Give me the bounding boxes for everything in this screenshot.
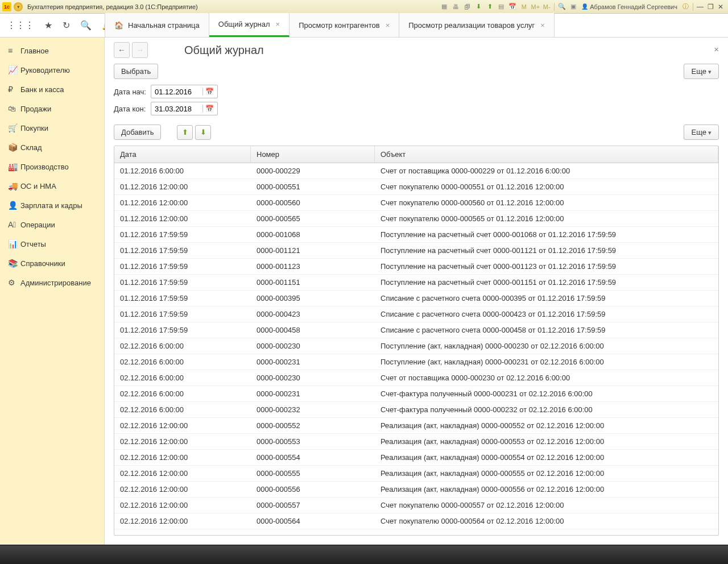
toolbar-print-icon[interactable]: 🖶 (450, 2, 461, 11)
sidebar-item[interactable]: АͯОперации (0, 215, 104, 234)
tab[interactable]: Общий журнал× (209, 13, 289, 37)
sidebar-item-icon: ₽ (8, 85, 20, 94)
panel-icon[interactable]: ▣ (568, 2, 578, 11)
info-icon[interactable]: ⓘ (680, 2, 690, 11)
nav-forward-button[interactable]: → (132, 42, 148, 58)
col-date[interactable]: Дата (114, 146, 251, 163)
sidebar-item[interactable]: ≡Главное (0, 41, 104, 60)
table-row[interactable]: 01.12.2016 17:59:590000-000458Списание с… (114, 322, 718, 338)
table-row[interactable]: 02.12.2016 6:00:000000-000230Поступление… (114, 338, 718, 354)
table-row[interactable]: 02.12.2016 6:00:000000-000231Поступление… (114, 354, 718, 370)
cell-date: 02.12.2016 6:00:00 (114, 405, 251, 414)
sidebar-item[interactable]: 🛒Покупки (0, 118, 104, 138)
sidebar-item[interactable]: ₽Банк и касса (0, 80, 104, 99)
table-row[interactable]: 01.12.2016 6:00:000000-000229Счет от пос… (114, 163, 718, 179)
history-icon[interactable]: ↻ (63, 20, 70, 31)
more-button-grid[interactable]: Еще (684, 125, 719, 140)
table-row[interactable]: 01.12.2016 17:59:590000-001151Поступлени… (114, 275, 718, 291)
toolbar-calendar-icon[interactable]: 📅 (507, 2, 518, 11)
cell-date: 01.12.2016 17:59:59 (114, 326, 251, 334)
tab[interactable]: Просмотр контрагентов× (289, 13, 399, 37)
date-to-field[interactable]: 📅 (151, 102, 218, 115)
table-row[interactable]: 01.12.2016 17:59:590000-001068Поступлени… (114, 227, 718, 243)
table-row[interactable]: 02.12.2016 12:00:000000-000554Реализация… (114, 450, 718, 466)
table-row[interactable]: 01.12.2016 17:59:590000-001123Поступлени… (114, 259, 718, 275)
table-row[interactable]: 01.12.2016 12:00:000000-000565Счет покуп… (114, 211, 718, 227)
table-row[interactable]: 01.12.2016 17:59:590000-000423Списание с… (114, 306, 718, 322)
date-from-input[interactable] (151, 88, 202, 96)
col-number[interactable]: Номер (251, 146, 375, 163)
cell-number: 0000-000458 (251, 326, 375, 334)
calendar-icon[interactable]: 📅 (202, 88, 216, 96)
sidebar-item-label: ОС и НМА (20, 182, 56, 190)
date-from-field[interactable]: 📅 (151, 85, 218, 98)
table-row[interactable]: 02.12.2016 12:00:000000-000552Реализация… (114, 418, 718, 434)
memory-m-icon[interactable]: M (519, 2, 529, 11)
tab-close-icon[interactable]: × (540, 21, 545, 30)
add-button[interactable]: Добавить (114, 125, 161, 140)
sidebar-item[interactable]: ⚙Администрирование (0, 273, 104, 292)
tab-close-icon[interactable]: × (276, 20, 280, 28)
table-row[interactable]: 02.12.2016 12:00:000000-000556Реализация… (114, 482, 718, 497)
memory-mminus-icon[interactable]: M- (541, 2, 552, 11)
cell-number: 0000-000556 (251, 485, 375, 494)
table-row[interactable]: 01.12.2016 17:59:590000-001121Поступлени… (114, 243, 718, 259)
system-menu-icon[interactable]: ▾ (14, 2, 23, 11)
table-row[interactable]: 02.12.2016 12:00:000000-000555Реализация… (114, 466, 718, 482)
table-row[interactable]: 02.12.2016 6:00:000000-000231Счет-фактур… (114, 386, 718, 402)
calendar-icon[interactable]: 📅 (202, 105, 216, 113)
cell-date: 02.12.2016 6:00:00 (114, 374, 251, 382)
sidebar-item[interactable]: 🚚ОС и НМА (0, 176, 104, 196)
cell-number: 0000-000423 (251, 310, 375, 318)
toolbar-save-icon[interactable]: ⬆ (485, 2, 495, 11)
page-close-icon[interactable]: × (714, 44, 719, 54)
toolbar-preview-icon[interactable]: ▦ (439, 2, 449, 11)
date-to-input[interactable] (151, 105, 202, 113)
grid-body[interactable]: 01.12.2016 6:00:000000-000229Счет от пос… (114, 163, 718, 535)
col-object[interactable]: Объект (375, 146, 718, 163)
nav-back-button[interactable]: ← (114, 42, 130, 58)
sidebar-item[interactable]: 🏭Производство (0, 157, 104, 176)
favorite-icon[interactable]: ★ (44, 20, 52, 31)
toolbar-calc-icon[interactable]: ▤ (496, 2, 506, 11)
cell-number: 0000-000231 (251, 389, 375, 398)
table-row[interactable]: 02.12.2016 12:00:000000-000553Реализация… (114, 434, 718, 450)
cell-number: 0000-000229 (251, 167, 375, 175)
window-maximize-icon[interactable]: ❐ (705, 2, 715, 11)
window-minimize-icon[interactable]: — (695, 2, 705, 11)
search-icon[interactable]: 🔍 (80, 20, 92, 31)
apps-icon[interactable]: ⋮⋮⋮ (7, 20, 34, 31)
sidebar-item[interactable]: 📚Справочники (0, 254, 104, 273)
sidebar-item[interactable]: 📊Отчеты (0, 234, 104, 254)
sidebar-item-label: Склад (20, 143, 42, 152)
tab-close-icon[interactable]: × (386, 21, 390, 30)
cell-date: 01.12.2016 12:00:00 (114, 214, 251, 223)
cell-object: Реализация (акт, накладная) 0000-000552 … (375, 421, 718, 430)
current-user[interactable]: Абрамов Геннадий Сергеевич (581, 3, 677, 10)
table-row[interactable]: 02.12.2016 6:00:000000-000232Счет-фактур… (114, 402, 718, 418)
table-row[interactable]: 01.12.2016 12:00:000000-000551Счет покуп… (114, 179, 718, 195)
tab[interactable]: 🏠Начальная страница (105, 13, 209, 37)
zoom-in-icon[interactable]: 🔍 (557, 2, 567, 11)
more-button-top[interactable]: Еще (684, 64, 719, 79)
toolbar-copy-icon[interactable]: 🗐 (462, 2, 472, 11)
memory-mplus-icon[interactable]: M+ (530, 2, 540, 11)
table-row[interactable]: 02.12.2016 12:00:000000-000564Счет покуп… (114, 513, 718, 529)
table-row[interactable]: 02.12.2016 6:00:000000-000230Счет от пос… (114, 370, 718, 386)
sidebar-item[interactable]: 📦Склад (0, 138, 104, 157)
date-from-label: Дата нач: (114, 88, 151, 96)
table-row[interactable]: 02.12.2016 12:00:000000-000557Счет покуп… (114, 497, 718, 513)
window-close-icon[interactable]: ✕ (715, 2, 726, 11)
select-button[interactable]: Выбрать (114, 64, 158, 79)
table-row[interactable]: 01.12.2016 17:59:590000-000395Списание с… (114, 291, 718, 306)
table-row[interactable]: 01.12.2016 12:00:000000-000560Счет покуп… (114, 195, 718, 211)
tab[interactable]: Просмотр реализации товаров услуг× (399, 13, 555, 37)
sidebar-item[interactable]: 👤Зарплата и кадры (0, 196, 104, 215)
sidebar-item[interactable]: 📈Руководителю (0, 60, 104, 80)
move-up-button[interactable]: ⬆ (177, 125, 193, 140)
toolbar-load-icon[interactable]: ⬇ (473, 2, 483, 11)
move-down-button[interactable]: ⬇ (195, 125, 211, 140)
cell-date: 01.12.2016 17:59:59 (114, 262, 251, 271)
sidebar-item[interactable]: 🛍Продажи (0, 99, 104, 118)
cell-date: 02.12.2016 12:00:00 (114, 469, 251, 478)
